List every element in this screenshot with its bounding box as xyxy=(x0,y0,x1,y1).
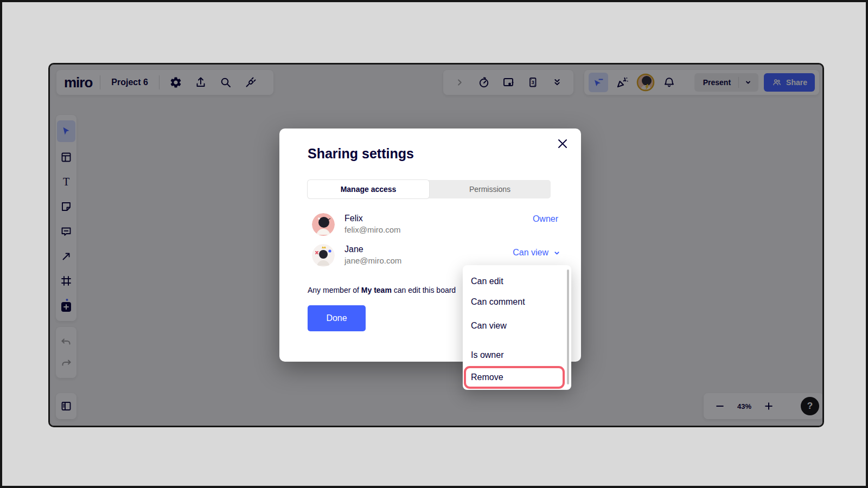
dropdown-item-can-view[interactable]: Can view xyxy=(463,316,566,336)
member-row-jane: Jane jane@miro.com xyxy=(312,244,401,270)
dropdown-scrollbar[interactable] xyxy=(567,269,569,384)
team-name: My team xyxy=(361,286,392,294)
access-selector-jane[interactable]: Can view xyxy=(513,248,561,258)
team-note: Any member of My team can edit this boar… xyxy=(308,286,456,294)
dropdown-item-is-owner[interactable]: Is owner xyxy=(463,345,566,365)
tab-manage-access[interactable]: Manage access xyxy=(308,180,429,198)
dropdown-item-can-edit[interactable]: Can edit xyxy=(463,272,566,291)
member-name: Jane xyxy=(344,244,401,255)
miro-app-window: miro Project 6 xyxy=(48,63,824,427)
member-name: Felix xyxy=(344,213,401,224)
dropdown-item-can-comment[interactable]: Can comment xyxy=(463,292,566,312)
chevron-down-icon xyxy=(553,249,561,257)
modal-title: Sharing settings xyxy=(308,146,414,162)
member-row-felix: Felix felix@miro.com xyxy=(312,213,401,239)
close-icon[interactable] xyxy=(553,134,572,153)
avatar-felix xyxy=(312,213,335,236)
tab-permissions[interactable]: Permissions xyxy=(429,180,551,198)
access-owner: Owner xyxy=(533,214,558,224)
member-email: jane@miro.com xyxy=(344,255,401,267)
modal-tabs: Manage access Permissions xyxy=(308,180,551,198)
done-button[interactable]: Done xyxy=(308,305,366,331)
dropdown-item-remove[interactable]: Remove xyxy=(464,366,565,389)
access-dropdown: Can edit Can comment Can view Is owner R… xyxy=(463,265,571,390)
avatar-jane xyxy=(312,244,335,267)
member-email: felix@miro.com xyxy=(344,224,401,236)
screenshot-frame: miro Project 6 xyxy=(0,0,868,488)
